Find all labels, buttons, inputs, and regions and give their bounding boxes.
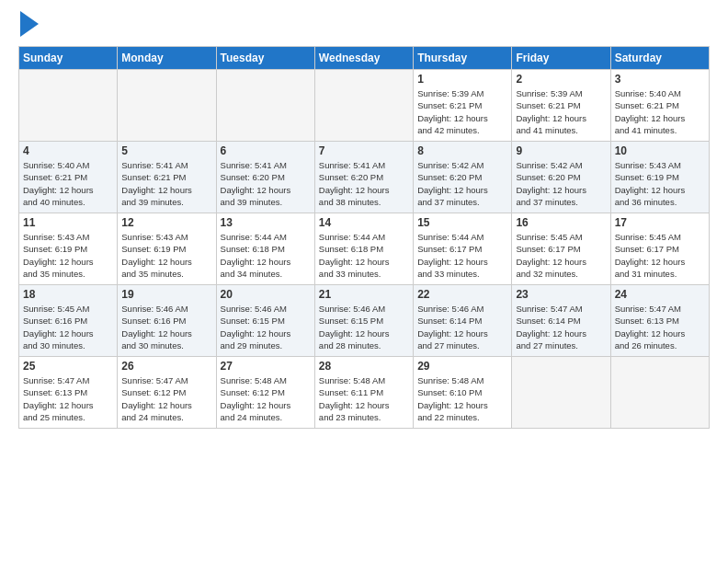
calendar-cell <box>118 70 216 142</box>
col-header-friday: Friday <box>512 47 610 70</box>
week-row-3: 11Sunrise: 5:43 AMSunset: 6:19 PMDayligh… <box>19 213 710 285</box>
header <box>18 15 710 37</box>
calendar-cell: 2Sunrise: 5:39 AMSunset: 6:21 PMDaylight… <box>512 70 610 142</box>
day-number: 10 <box>615 144 705 157</box>
day-number: 25 <box>23 360 113 373</box>
calendar-cell: 29Sunrise: 5:48 AMSunset: 6:10 PMDayligh… <box>414 357 512 429</box>
day-number: 29 <box>417 360 507 373</box>
calendar-cell: 19Sunrise: 5:46 AMSunset: 6:16 PMDayligh… <box>118 285 216 357</box>
day-number: 13 <box>221 216 311 229</box>
col-header-tuesday: Tuesday <box>216 47 314 70</box>
day-info: Sunrise: 5:48 AMSunset: 6:11 PMDaylight:… <box>319 374 409 423</box>
day-info: Sunrise: 5:46 AMSunset: 6:15 PMDaylight:… <box>221 303 311 351</box>
day-number: 12 <box>121 216 211 229</box>
svg-marker-0 <box>20 11 39 37</box>
calendar-cell <box>314 70 413 142</box>
calendar-cell <box>216 70 314 142</box>
week-row-1: 1Sunrise: 5:39 AMSunset: 6:21 PMDaylight… <box>19 70 710 142</box>
day-info: Sunrise: 5:47 AMSunset: 6:13 PMDaylight:… <box>23 374 113 423</box>
day-number: 28 <box>319 360 409 373</box>
day-number: 18 <box>23 288 113 301</box>
col-header-wednesday: Wednesday <box>314 47 413 70</box>
logo-blue <box>18 15 39 37</box>
calendar-cell: 28Sunrise: 5:48 AMSunset: 6:11 PMDayligh… <box>314 357 413 429</box>
day-info: Sunrise: 5:44 AMSunset: 6:18 PMDaylight:… <box>221 231 311 280</box>
calendar-cell: 21Sunrise: 5:46 AMSunset: 6:15 PMDayligh… <box>314 285 413 357</box>
day-number: 16 <box>516 216 606 229</box>
calendar-cell <box>610 357 709 429</box>
week-row-5: 25Sunrise: 5:47 AMSunset: 6:13 PMDayligh… <box>19 357 710 429</box>
week-row-4: 18Sunrise: 5:45 AMSunset: 6:16 PMDayligh… <box>19 285 710 357</box>
calendar-cell: 18Sunrise: 5:45 AMSunset: 6:16 PMDayligh… <box>19 285 118 357</box>
calendar-cell: 7Sunrise: 5:41 AMSunset: 6:20 PMDaylight… <box>314 142 413 213</box>
day-number: 2 <box>516 73 606 86</box>
day-info: Sunrise: 5:41 AMSunset: 6:21 PMDaylight:… <box>121 159 211 208</box>
day-info: Sunrise: 5:44 AMSunset: 6:17 PMDaylight:… <box>417 231 507 280</box>
calendar-cell <box>512 357 610 429</box>
calendar-cell: 22Sunrise: 5:46 AMSunset: 6:14 PMDayligh… <box>414 285 512 357</box>
day-info: Sunrise: 5:48 AMSunset: 6:12 PMDaylight:… <box>221 374 311 423</box>
day-info: Sunrise: 5:40 AMSunset: 6:21 PMDaylight:… <box>615 87 705 136</box>
day-info: Sunrise: 5:41 AMSunset: 6:20 PMDaylight:… <box>221 159 311 208</box>
calendar-cell: 15Sunrise: 5:44 AMSunset: 6:17 PMDayligh… <box>414 213 512 285</box>
calendar-cell: 13Sunrise: 5:44 AMSunset: 6:18 PMDayligh… <box>216 213 314 285</box>
day-info: Sunrise: 5:45 AMSunset: 6:17 PMDaylight:… <box>516 231 606 280</box>
day-number: 9 <box>516 144 606 157</box>
day-number: 17 <box>615 216 705 229</box>
day-info: Sunrise: 5:45 AMSunset: 6:17 PMDaylight:… <box>615 231 705 280</box>
day-info: Sunrise: 5:47 AMSunset: 6:14 PMDaylight:… <box>516 303 606 351</box>
calendar-cell: 26Sunrise: 5:47 AMSunset: 6:12 PMDayligh… <box>118 357 216 429</box>
calendar: SundayMondayTuesdayWednesdayThursdayFrid… <box>18 46 710 429</box>
week-row-2: 4Sunrise: 5:40 AMSunset: 6:21 PMDaylight… <box>19 142 710 213</box>
calendar-cell: 23Sunrise: 5:47 AMSunset: 6:14 PMDayligh… <box>512 285 610 357</box>
calendar-cell: 27Sunrise: 5:48 AMSunset: 6:12 PMDayligh… <box>216 357 314 429</box>
day-info: Sunrise: 5:46 AMSunset: 6:16 PMDaylight:… <box>121 303 211 351</box>
day-number: 23 <box>516 288 606 301</box>
calendar-cell <box>19 70 118 142</box>
calendar-cell: 4Sunrise: 5:40 AMSunset: 6:21 PMDaylight… <box>19 142 118 213</box>
day-info: Sunrise: 5:46 AMSunset: 6:15 PMDaylight:… <box>319 303 409 351</box>
page: SundayMondayTuesdayWednesdayThursdayFrid… <box>0 0 728 563</box>
calendar-cell: 3Sunrise: 5:40 AMSunset: 6:21 PMDaylight… <box>610 70 709 142</box>
calendar-cell: 20Sunrise: 5:46 AMSunset: 6:15 PMDayligh… <box>216 285 314 357</box>
calendar-cell: 12Sunrise: 5:43 AMSunset: 6:19 PMDayligh… <box>118 213 216 285</box>
day-info: Sunrise: 5:45 AMSunset: 6:16 PMDaylight:… <box>23 303 113 351</box>
day-number: 5 <box>121 144 211 157</box>
day-info: Sunrise: 5:39 AMSunset: 6:21 PMDaylight:… <box>516 87 606 136</box>
day-number: 6 <box>221 144 311 157</box>
day-info: Sunrise: 5:41 AMSunset: 6:20 PMDaylight:… <box>319 159 409 208</box>
day-number: 11 <box>23 216 113 229</box>
col-header-monday: Monday <box>118 47 216 70</box>
calendar-cell: 16Sunrise: 5:45 AMSunset: 6:17 PMDayligh… <box>512 213 610 285</box>
day-info: Sunrise: 5:43 AMSunset: 6:19 PMDaylight:… <box>23 231 113 280</box>
day-number: 19 <box>121 288 211 301</box>
col-header-sunday: Sunday <box>19 47 118 70</box>
logo <box>18 15 39 37</box>
calendar-cell: 5Sunrise: 5:41 AMSunset: 6:21 PMDaylight… <box>118 142 216 213</box>
calendar-cell: 24Sunrise: 5:47 AMSunset: 6:13 PMDayligh… <box>610 285 709 357</box>
calendar-cell: 1Sunrise: 5:39 AMSunset: 6:21 PMDaylight… <box>414 70 512 142</box>
day-number: 15 <box>417 216 507 229</box>
day-number: 26 <box>121 360 211 373</box>
calendar-header-row: SundayMondayTuesdayWednesdayThursdayFrid… <box>19 47 710 70</box>
day-number: 21 <box>319 288 409 301</box>
day-info: Sunrise: 5:44 AMSunset: 6:18 PMDaylight:… <box>319 231 409 280</box>
day-info: Sunrise: 5:43 AMSunset: 6:19 PMDaylight:… <box>121 231 211 280</box>
calendar-cell: 11Sunrise: 5:43 AMSunset: 6:19 PMDayligh… <box>19 213 118 285</box>
col-header-thursday: Thursday <box>414 47 512 70</box>
day-number: 27 <box>221 360 311 373</box>
day-number: 7 <box>319 144 409 157</box>
calendar-cell: 8Sunrise: 5:42 AMSunset: 6:20 PMDaylight… <box>414 142 512 213</box>
calendar-cell: 17Sunrise: 5:45 AMSunset: 6:17 PMDayligh… <box>610 213 709 285</box>
day-number: 8 <box>417 144 507 157</box>
day-info: Sunrise: 5:42 AMSunset: 6:20 PMDaylight:… <box>516 159 606 208</box>
day-number: 20 <box>221 288 311 301</box>
logo-text <box>18 15 39 37</box>
day-info: Sunrise: 5:47 AMSunset: 6:13 PMDaylight:… <box>615 303 705 351</box>
day-number: 24 <box>615 288 705 301</box>
day-info: Sunrise: 5:48 AMSunset: 6:10 PMDaylight:… <box>417 374 507 423</box>
day-number: 14 <box>319 216 409 229</box>
day-info: Sunrise: 5:43 AMSunset: 6:19 PMDaylight:… <box>615 159 705 208</box>
day-info: Sunrise: 5:47 AMSunset: 6:12 PMDaylight:… <box>121 374 211 423</box>
day-number: 1 <box>417 73 507 86</box>
